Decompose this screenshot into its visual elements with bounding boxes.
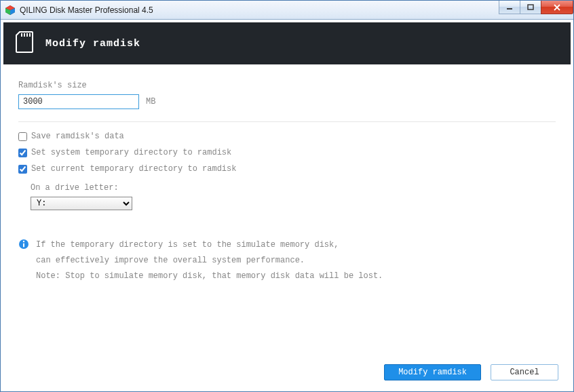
sys-tmp-row[interactable]: Set system temporary directory to ramdis… xyxy=(18,148,556,157)
save-data-label: Save ramdisk's data xyxy=(31,132,124,141)
form-area: Ramdisk's size MB Save ramdisk's data Se… xyxy=(1,67,573,283)
close-button[interactable] xyxy=(541,1,573,14)
cur-tmp-label: Set current temporary directory to ramdi… xyxy=(31,164,236,174)
svg-point-14 xyxy=(23,241,24,242)
close-icon xyxy=(553,4,561,11)
size-input[interactable] xyxy=(18,94,139,109)
titlebar: QILING Disk Master Professional 4.5 xyxy=(1,1,573,20)
window-title: QILING Disk Master Professional 4.5 xyxy=(20,5,153,15)
svg-rect-13 xyxy=(23,243,24,248)
svg-rect-4 xyxy=(507,8,512,9)
info-line-3: Note: Stop to simulate memory disk, that… xyxy=(36,269,383,284)
sys-tmp-label: Set system temporary directory to ramdis… xyxy=(31,148,231,157)
cur-tmp-checkbox[interactable] xyxy=(18,165,27,174)
divider xyxy=(18,121,556,122)
page-title: Modify ramdisk xyxy=(45,38,140,50)
svg-rect-5 xyxy=(528,5,533,9)
save-data-checkbox[interactable] xyxy=(18,132,27,141)
sd-card-icon xyxy=(16,31,33,56)
page-header: Modify ramdisk xyxy=(3,22,571,64)
save-data-row[interactable]: Save ramdisk's data xyxy=(18,132,556,141)
dialog-buttons: Modify ramdisk Cancel xyxy=(384,364,558,380)
info-line-1: If the temporary directory is set to the… xyxy=(36,237,383,253)
info-line-2: can effectively improve the overall syst… xyxy=(36,253,383,269)
svg-rect-8 xyxy=(21,33,22,37)
minimize-button[interactable] xyxy=(499,1,520,14)
size-label: Ramdisk's size xyxy=(18,81,556,90)
modify-ramdisk-button[interactable]: Modify ramdisk xyxy=(384,364,481,380)
info-icon xyxy=(18,239,29,250)
svg-rect-11 xyxy=(29,33,31,37)
window-controls xyxy=(499,1,573,14)
sys-tmp-checkbox[interactable] xyxy=(18,149,27,157)
info-block: If the temporary directory is set to the… xyxy=(18,237,556,283)
minimize-icon xyxy=(506,4,513,11)
maximize-button[interactable] xyxy=(520,1,541,14)
cur-tmp-row[interactable]: Set current temporary directory to ramdi… xyxy=(18,164,556,174)
svg-rect-9 xyxy=(24,33,25,37)
size-unit: MB xyxy=(146,97,155,106)
cancel-button[interactable]: Cancel xyxy=(491,364,558,380)
app-window: QILING Disk Master Professional 4.5 xyxy=(0,0,574,392)
drive-letter-label: On a drive letter: xyxy=(31,183,556,193)
maximize-icon xyxy=(527,4,534,11)
drive-letter-select[interactable]: Y: xyxy=(31,197,132,210)
svg-rect-10 xyxy=(26,33,28,37)
app-icon xyxy=(5,5,16,16)
